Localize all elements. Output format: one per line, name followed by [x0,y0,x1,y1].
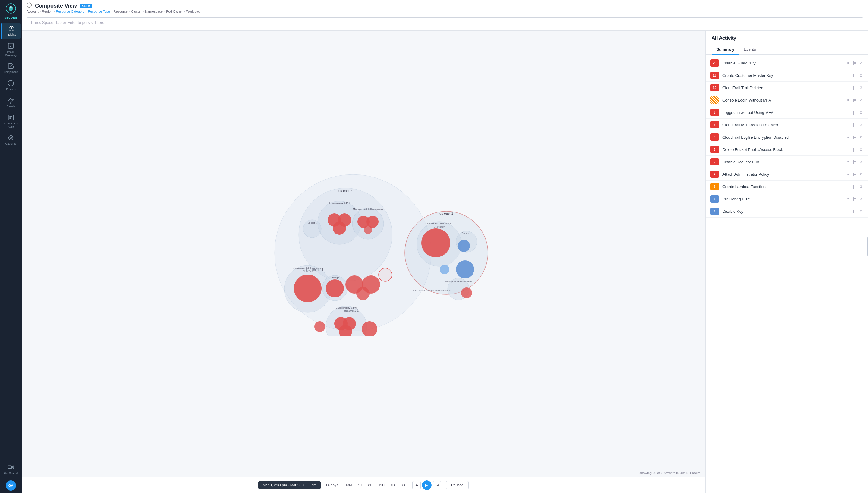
block-icon[interactable]: ⊘ [859,171,863,177]
filter-equals-icon[interactable]: = [847,196,850,201]
event-row[interactable]: 16 Create Customer Master Key = |= ⊘ [706,69,868,82]
filter-equals-icon[interactable]: = [847,147,850,152]
sidebar-item-commands-audit[interactable]: Commands Audit [1,112,21,131]
preset-10m[interactable]: 10M [343,482,354,488]
event-row[interactable]: 10 CloudTrail Trail Deleted = |= ⊘ [706,82,868,94]
event-actions: = |= ⊘ [847,147,863,152]
filter-equals-icon[interactable]: = [847,110,850,115]
filter-equals-icon[interactable]: = [847,184,850,189]
event-name: CloudTrail Trail Deleted [722,86,843,90]
viz-canvas: us-east-2 Cryptography & PKI Management … [22,31,705,469]
block-icon[interactable]: ⊘ [859,196,863,201]
filter-bar-icon[interactable]: |= [852,60,856,66]
svg-point-24 [364,226,372,234]
block-icon[interactable]: ⊘ [859,110,863,115]
filter-bar-icon[interactable]: |= [852,159,856,165]
preset-1d[interactable]: 1D [388,482,397,488]
event-row[interactable]: 5 Delete Bucket Public Access Block = |=… [706,144,868,156]
right-panel: All Activity Summary Events 20 Disable G… [705,31,868,493]
event-row[interactable]: 2 Attach Administrator Policy = |= ⊘ [706,168,868,180]
filter-bar-icon[interactable]: |= [852,171,856,177]
timeline-play[interactable]: ▶ [422,480,432,490]
sidebar-item-image-scanning-label: Image Scanning [2,50,20,57]
right-panel-header: All Activity Summary Events [706,31,868,55]
filter-input[interactable] [26,18,863,27]
sidebar-item-captures-label: Captures [5,142,17,146]
breadcrumb-cluster[interactable]: Cluster [131,9,142,13]
sidebar-item-image-scanning[interactable]: Image Scanning [1,40,21,59]
timeline-range[interactable]: Mar 9, 2:30 pm - Mar 23, 3:30 pm [258,481,321,489]
event-row[interactable]: 6 CloudTrail Multi-region Disabled = |= … [706,119,868,131]
event-row[interactable]: 20 Disable GuardDuty = |= ⊘ [706,57,868,69]
breadcrumb-region[interactable]: Region [42,9,52,13]
filter-bar-icon[interactable]: |= [852,122,856,127]
filter-equals-icon[interactable]: = [847,159,850,165]
filter-bar-icon[interactable]: |= [852,134,856,140]
filter-equals-icon[interactable]: = [847,122,850,127]
breadcrumb-namespace[interactable]: Namespace [145,9,163,13]
event-row[interactable]: 5 CloudTrail Logfile Encryption Disabled… [706,131,868,144]
event-row[interactable]: Console Login Without MFA = |= ⊘ [706,94,868,106]
filter-equals-icon[interactable]: = [847,171,850,177]
event-row[interactable]: 1 Put Config Rule = |= ⊘ [706,193,868,205]
filter-equals-icon[interactable]: = [847,209,850,214]
filter-bar-icon[interactable]: |= [852,97,856,103]
sidebar-item-get-started[interactable]: Get Started [1,462,21,477]
event-actions: = |= ⊘ [847,171,863,177]
filter-bar-icon[interactable]: |= [852,184,856,189]
svg-point-55 [458,240,470,252]
block-icon[interactable]: ⊘ [859,85,863,90]
filter-bar-icon[interactable]: |= [852,209,856,214]
svg-text:Management & Governance: Management & Governance [353,208,383,210]
block-icon[interactable]: ⊘ [859,147,863,152]
block-icon[interactable]: ⊘ [859,159,863,165]
filter-bar-icon[interactable]: |= [852,110,856,115]
filter-equals-icon[interactable]: = [847,60,850,66]
sidebar-item-insights[interactable]: Insights [1,23,21,39]
breadcrumb: Account › Region › Resource Category › R… [26,9,863,15]
breadcrumb-resource-category[interactable]: Resource Category [56,9,84,13]
filter-bar-icon[interactable]: |= [852,85,856,90]
svg-point-62 [378,268,392,281]
event-row[interactable]: 8 Logged in without Using MFA = |= ⊘ [706,106,868,119]
block-icon[interactable]: ⊘ [859,122,863,127]
breadcrumb-workload[interactable]: Workload [186,9,200,13]
block-icon[interactable]: ⊘ [859,60,863,66]
event-row[interactable]: 6 Create Lambda Function = |= ⊘ [706,180,868,193]
timeline-next-next[interactable]: ⏭ [433,481,441,489]
filter-bar-icon[interactable]: |= [852,196,856,201]
block-icon[interactable]: ⊘ [859,72,863,78]
sidebar-item-policies[interactable]: Policies [1,78,21,93]
event-name: Disable GuardDuty [722,61,843,65]
filter-bar-icon[interactable]: |= [852,147,856,152]
event-row[interactable]: 1 Disable Key = |= ⊘ [706,205,868,218]
breadcrumb-pod-owner[interactable]: Pod Owner [166,9,183,13]
event-badge: 5 [710,133,719,141]
timeline-prev-prev[interactable]: ⏮ [412,481,421,489]
block-icon[interactable]: ⊘ [859,184,863,189]
filter-bar-icon[interactable]: |= [852,72,856,78]
svg-point-56 [456,260,474,278]
filter-equals-icon[interactable]: = [847,97,850,103]
user-avatar[interactable]: GA [6,480,16,491]
filter-equals-icon[interactable]: = [847,134,850,140]
paused-button[interactable]: Paused [446,481,469,489]
block-icon[interactable]: ⊘ [859,134,863,140]
breadcrumb-resource[interactable]: Resource [114,9,128,13]
preset-1h[interactable]: 1H [356,482,365,488]
tab-summary[interactable]: Summary [712,45,739,55]
preset-12h[interactable]: 12H [376,482,387,488]
sidebar-item-captures[interactable]: Captures [1,132,21,148]
breadcrumb-resource-type[interactable]: Resource Type [88,9,110,13]
preset-3d[interactable]: 3D [398,482,408,488]
block-icon[interactable]: ⊘ [859,97,863,103]
sidebar-item-compliance[interactable]: Compliance [1,60,21,76]
tab-events[interactable]: Events [739,45,761,55]
preset-6h[interactable]: 6H [366,482,375,488]
filter-equals-icon[interactable]: = [847,85,850,90]
block-icon[interactable]: ⊘ [859,209,863,214]
sidebar-item-events[interactable]: Events [1,94,21,111]
event-row[interactable]: 2 Disable Security Hub = |= ⊘ [706,156,868,168]
breadcrumb-account[interactable]: Account [26,9,39,13]
filter-equals-icon[interactable]: = [847,72,850,78]
